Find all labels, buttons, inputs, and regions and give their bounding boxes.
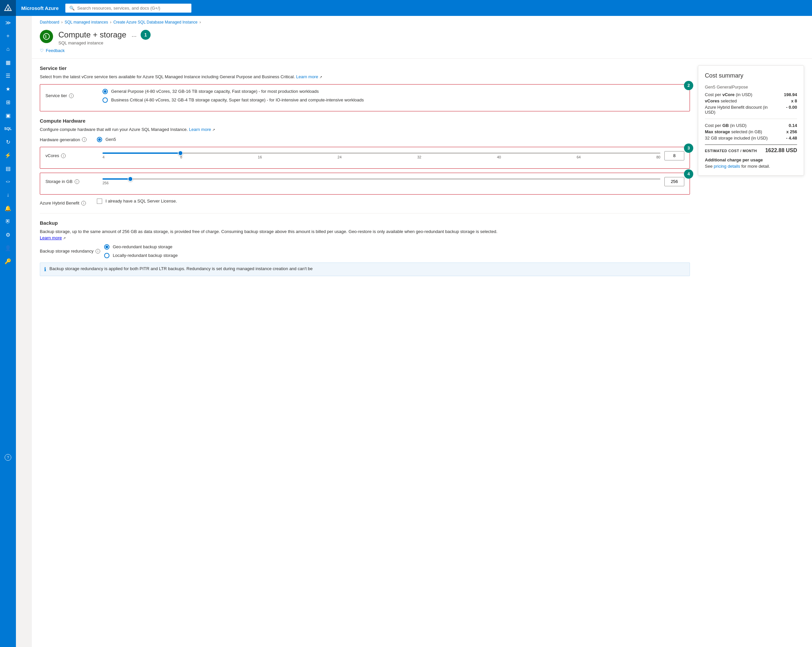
search-input[interactable]	[77, 6, 188, 11]
geo-redundant-radio[interactable]	[104, 244, 110, 250]
backup-external-link-icon: ↗	[63, 236, 66, 240]
max-storage-row: Max storage selected (in GB) x 256	[705, 129, 797, 134]
service-tier-form-row: Service tier i General Purpose (4-80 vCo…	[46, 88, 684, 103]
geo-redundant-option[interactable]: Geo-redundant backup storage	[104, 244, 690, 250]
storage-input[interactable]	[664, 177, 684, 186]
business-critical-option[interactable]: Business Critical (4-80 vCores, 32 GB-4 …	[102, 97, 684, 103]
locally-redundant-option[interactable]: Locally-redundant backup storage	[104, 253, 690, 259]
hybrid-benefit-info-icon[interactable]: i	[81, 201, 86, 206]
breadcrumb-sep-2: ›	[110, 20, 111, 24]
backup-redundancy-info-icon[interactable]: i	[96, 249, 100, 254]
storage-ticks: 256	[102, 181, 661, 185]
backup-options: Geo-redundant backup storage Locally-red…	[104, 244, 690, 259]
step-4-badge: 4	[684, 169, 693, 179]
page-header: $ Compute + storage ... 1 SQL managed in…	[32, 24, 812, 46]
pricing-details-link[interactable]: pricing details	[714, 164, 740, 169]
key-icon[interactable]: 🔑	[0, 254, 16, 268]
compute-external-link-icon: ↗	[212, 128, 215, 132]
breadcrumb: Dashboard › SQL managed instances › Crea…	[32, 16, 812, 24]
help-icon[interactable]: ?	[5, 454, 11, 461]
additional-desc-text: See	[705, 164, 713, 169]
storage-row: Storage in GB i 256	[46, 177, 684, 186]
star-icon[interactable]: ★	[0, 82, 16, 96]
vcores-row: vCores i 4 8	[46, 151, 684, 160]
list-icon[interactable]: ☰	[0, 69, 16, 82]
vcores-label: vCores i	[46, 153, 99, 158]
home-icon[interactable]: ⌂	[0, 43, 16, 56]
monitor-icon[interactable]: ▣	[0, 109, 16, 122]
vcores-selected-row: vCores selected x 8	[705, 99, 797, 104]
storage-included-label: 32 GB storage included (in USD)	[705, 135, 777, 140]
service-tier-box: Service tier i General Purpose (4-80 vCo…	[40, 84, 690, 111]
hybrid-checkbox-label: I already have a SQL Server License.	[105, 199, 177, 204]
gen5-radio[interactable]	[97, 137, 102, 142]
chart-icon[interactable]: ▦	[0, 56, 16, 69]
storage-slider-thumb[interactable]	[128, 176, 133, 182]
download-icon[interactable]: ↓	[0, 188, 16, 201]
vcores-ticks: 4 8 16 24 32 40 64 80	[102, 155, 661, 159]
business-critical-radio[interactable]	[102, 97, 108, 103]
locally-redundant-label: Locally-redundant backup storage	[113, 253, 178, 259]
additional-charge-label: Additional charge per usage	[705, 157, 797, 163]
service-tier-options: General Purpose (4-80 vCores, 32 GB-16 T…	[102, 88, 684, 103]
plus-icon[interactable]: ＋	[0, 29, 16, 43]
backup-desc-text: Backup storage, up to the same amount of…	[40, 229, 498, 234]
search-bar[interactable]: 🔍	[66, 4, 191, 12]
general-purpose-option[interactable]: General Purpose (4-80 vCores, 32 GB-16 T…	[102, 88, 684, 94]
info-banner-text: Backup storage redundancy is applied for…	[49, 266, 313, 273]
service-tier-desc: Select from the latest vCore service tie…	[40, 74, 690, 80]
breadcrumb-sql-instances[interactable]: SQL managed instances	[65, 20, 108, 24]
cost-per-vcore-row: Cost per vCore (in USD) 198.94	[705, 92, 797, 97]
user-icon[interactable]: 👤	[0, 241, 16, 254]
hybrid-discount-value: - 0.00	[777, 105, 797, 110]
breadcrumb-sep-1: ›	[61, 20, 63, 24]
svg-text:$: $	[45, 35, 47, 38]
main-content: Dashboard › SQL managed instances › Crea…	[32, 16, 812, 647]
step-1-badge: 1	[140, 30, 151, 40]
cost-gen5-label: Gen5 GeneralPurpose	[705, 85, 797, 90]
storage-included-row: 32 GB storage included (in USD) - 4.48	[705, 135, 797, 140]
backup-redundancy-label-text: Backup storage redundancy	[40, 248, 93, 254]
gear-icon[interactable]: ⚙	[0, 228, 16, 241]
estimated-cost-row: ESTIMATED COST / MONTH 1622.88 USD	[705, 145, 797, 154]
service-tier-learn-more[interactable]: Learn more	[296, 74, 318, 79]
vcores-box: vCores i 4 8	[40, 147, 690, 169]
compute-learn-more[interactable]: Learn more	[189, 127, 211, 132]
bell-icon[interactable]: 🔔	[0, 201, 16, 215]
vcores-info-icon[interactable]: i	[61, 154, 66, 158]
shield-icon[interactable]: ⛨	[0, 215, 16, 228]
backup-divider	[40, 213, 690, 213]
estimated-label: ESTIMATED COST / MONTH	[705, 149, 757, 153]
general-purpose-radio[interactable]	[102, 89, 108, 94]
vcores-selected-value: x 8	[777, 99, 797, 104]
backup-redundancy-label: Backup storage redundancy i	[40, 248, 100, 254]
page-title: Compute + storage	[58, 30, 127, 40]
storage-info-icon[interactable]: i	[75, 179, 79, 184]
refresh-icon[interactable]: ↻	[0, 135, 16, 149]
hardware-gen-info-icon[interactable]: i	[82, 137, 87, 142]
additional-desc: See pricing details for more detail.	[705, 164, 797, 169]
sql-icon[interactable]: SQL	[0, 122, 16, 135]
service-tier-label: Service tier i	[46, 93, 99, 98]
grid-icon[interactable]: ⊞	[0, 96, 16, 109]
service-tier-info-icon[interactable]: i	[69, 93, 74, 98]
breadcrumb-dashboard[interactable]: Dashboard	[40, 20, 60, 24]
compute-desc-text: Configure compute hardware that will run…	[40, 127, 188, 132]
svg-text:A: A	[7, 7, 9, 11]
sidebar-toggle[interactable]: ≫	[0, 16, 16, 29]
hybrid-checkbox[interactable]	[97, 199, 102, 204]
lightning-icon[interactable]: ⚡	[0, 149, 16, 162]
backup-learn-more[interactable]: Learn more	[40, 235, 62, 240]
locally-redundant-radio[interactable]	[104, 253, 110, 258]
page-subtitle: SQL managed instance	[58, 40, 804, 46]
layers-icon[interactable]: ▤	[0, 162, 16, 175]
breadcrumb-create[interactable]: Create Azure SQL Database Managed Instan…	[113, 20, 198, 24]
code-icon[interactable]: <>	[0, 175, 16, 188]
vcores-slider-thumb[interactable]	[178, 151, 183, 156]
gen5-option[interactable]: Gen5	[97, 137, 116, 143]
feedback-label: Feedback	[46, 48, 65, 53]
vcores-input[interactable]	[664, 151, 684, 160]
feedback-button[interactable]: ♡ Feedback	[32, 46, 812, 58]
azure-logo: A	[0, 0, 16, 16]
more-options-button[interactable]: ...	[132, 32, 137, 38]
